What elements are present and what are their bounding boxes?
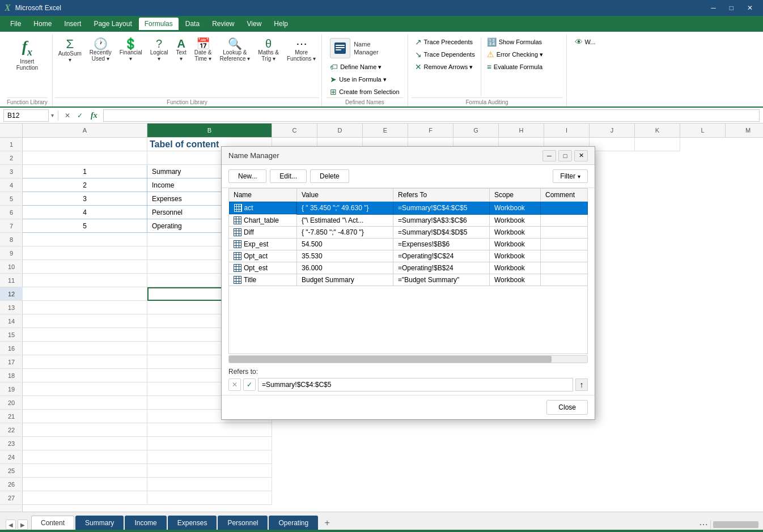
create-from-selection-btn[interactable]: ⊞ Create from Selection	[327, 86, 402, 97]
row-header-14[interactable]: 14	[0, 314, 23, 328]
cell-A11[interactable]	[23, 274, 147, 287]
cell-A3[interactable]: 1	[23, 165, 147, 178]
trace-precedents-btn[interactable]: ↗ Trace Precedents	[412, 36, 478, 48]
cell-B25[interactable]	[147, 464, 272, 478]
dialog-maximize-btn[interactable]: □	[558, 150, 572, 161]
lookup-ref-btn[interactable]: 🔍 Lookup &Reference ▾	[216, 36, 253, 63]
menu-page-layout[interactable]: Page Layout	[88, 18, 137, 30]
maximize-btn[interactable]: □	[724, 3, 739, 13]
row-header-10[interactable]: 10	[0, 260, 23, 274]
cancel-formula-icon[interactable]: ✕	[62, 112, 73, 120]
cell-A13[interactable]	[23, 301, 147, 314]
menu-formulas[interactable]: Formulas	[139, 18, 179, 30]
trace-dependents-btn[interactable]: ↘ Trace Dependents	[412, 49, 478, 60]
text-btn[interactable]: A Text▾	[172, 36, 189, 63]
row-header-24[interactable]: 24	[0, 450, 23, 464]
row-header-1[interactable]: 1	[0, 138, 23, 151]
date-time-btn[interactable]: 📅 Date &Time ▾	[191, 36, 215, 63]
row-header-17[interactable]: 17	[0, 355, 23, 369]
refers-to-confirm-btn[interactable]: ✓	[243, 378, 256, 391]
refers-to-input[interactable]	[258, 378, 573, 391]
name-box[interactable]	[3, 109, 49, 122]
row-header-20[interactable]: 20	[0, 396, 23, 410]
menu-file[interactable]: File	[5, 18, 27, 30]
cell-A4[interactable]: 2	[23, 178, 147, 192]
row-header-25[interactable]: 25	[0, 464, 23, 478]
menu-data[interactable]: Data	[180, 18, 205, 30]
table-row-act[interactable]: act { " 35.450 ";" 49.630 "} =Summary!$C…	[229, 202, 588, 215]
dialog-scrollbar[interactable]	[228, 355, 588, 363]
logical-btn[interactable]: ? Logical▾	[147, 36, 172, 63]
delete-btn[interactable]: Delete	[310, 169, 349, 183]
row-header-5[interactable]: 5	[0, 192, 23, 206]
row-header-7[interactable]: 7	[0, 219, 23, 233]
row-header-22[interactable]: 22	[0, 423, 23, 437]
row-header-16[interactable]: 16	[0, 342, 23, 355]
cell-A5[interactable]: 3	[23, 192, 147, 206]
cell-A7[interactable]: 5	[23, 219, 147, 233]
cell-A27[interactable]	[23, 491, 147, 505]
dialog-close-action-btn[interactable]: Close	[546, 400, 588, 415]
row-header-15[interactable]: 15	[0, 328, 23, 342]
cell-A25[interactable]	[23, 464, 147, 478]
row-header-23[interactable]: 23	[0, 437, 23, 450]
cell-A16[interactable]	[23, 342, 147, 355]
col-header-F[interactable]: F	[408, 124, 453, 137]
confirm-formula-icon[interactable]: ✓	[75, 112, 85, 120]
cell-A8[interactable]	[23, 233, 147, 246]
cell-A14[interactable]	[23, 314, 147, 328]
tab-income[interactable]: Income	[125, 516, 166, 530]
tab-prev-btn[interactable]: ◀	[6, 520, 16, 530]
col-header-E[interactable]: E	[363, 124, 408, 137]
row-header-27[interactable]: 27	[0, 491, 23, 505]
recently-used-btn[interactable]: 🕐 RecentlyUsed ▾	[86, 36, 115, 63]
cell-B24[interactable]	[147, 450, 272, 464]
cell-J1[interactable]	[590, 138, 635, 151]
cell-A18[interactable]	[23, 369, 147, 382]
cell-A10[interactable]	[23, 260, 147, 274]
error-checking-btn[interactable]: ⚠ Error Checking ▾	[484, 49, 546, 60]
col-header-D[interactable]: D	[317, 124, 363, 137]
col-header-M[interactable]: M	[726, 124, 763, 137]
window-controls[interactable]: ─ □ ✕	[705, 3, 758, 13]
dialog-close-btn[interactable]: ✕	[574, 150, 588, 161]
financial-btn[interactable]: 💲 Financial▾	[116, 36, 146, 63]
refers-to-cancel-btn[interactable]: ✕	[228, 378, 241, 391]
filter-btn[interactable]: Filter ▾	[553, 169, 588, 183]
cell-A1[interactable]	[23, 138, 147, 151]
table-row-chart-table[interactable]: Chart_table {"\ Estimated "\ Act... =Sum…	[229, 215, 588, 227]
table-row-title[interactable]: Title Budget Summary ="Budget Summary" W…	[229, 274, 588, 286]
define-name-btn[interactable]: 🏷 Define Name ▾	[327, 61, 402, 73]
col-header-B[interactable]: B	[147, 124, 272, 137]
refers-to-collapse-btn[interactable]: ↑	[575, 378, 588, 391]
add-sheet-btn[interactable]: +	[320, 516, 334, 530]
col-header-H[interactable]: H	[499, 124, 544, 137]
row-header-18[interactable]: 18	[0, 369, 23, 382]
cell-A20[interactable]	[23, 396, 147, 410]
cell-A17[interactable]	[23, 355, 147, 369]
col-header-I[interactable]: I	[544, 124, 590, 137]
cell-A15[interactable]	[23, 328, 147, 342]
cell-B26[interactable]	[147, 478, 272, 491]
col-header-L[interactable]: L	[680, 124, 726, 137]
close-btn[interactable]: ✕	[741, 3, 758, 13]
cell-A21[interactable]	[23, 410, 147, 423]
row-header-6[interactable]: 6	[0, 206, 23, 219]
cell-A6[interactable]: 4	[23, 206, 147, 219]
col-header-K[interactable]: K	[635, 124, 680, 137]
table-row-opt-est[interactable]: Opt_est 36.000 =Operating!$B$24 Workbook	[229, 262, 588, 274]
use-in-formula-btn[interactable]: ➤ Use in Formula ▾	[327, 74, 402, 85]
cell-A12[interactable]	[23, 287, 147, 301]
cell-A24[interactable]	[23, 450, 147, 464]
tab-personnel[interactable]: Personnel	[218, 516, 268, 530]
cell-A23[interactable]	[23, 437, 147, 450]
new-btn[interactable]: New...	[228, 169, 266, 183]
cell-K1[interactable]	[635, 138, 680, 151]
formula-input[interactable]	[103, 109, 760, 122]
tab-expenses[interactable]: Expenses	[168, 516, 217, 530]
row-header-3[interactable]: 3	[0, 165, 23, 178]
cell-B27[interactable]	[147, 491, 272, 505]
col-header-G[interactable]: G	[453, 124, 499, 137]
evaluate-formula-btn[interactable]: ≡ Evaluate Formula	[484, 61, 546, 73]
more-functions-btn[interactable]: ⋯ MoreFunctions ▾	[283, 36, 319, 63]
